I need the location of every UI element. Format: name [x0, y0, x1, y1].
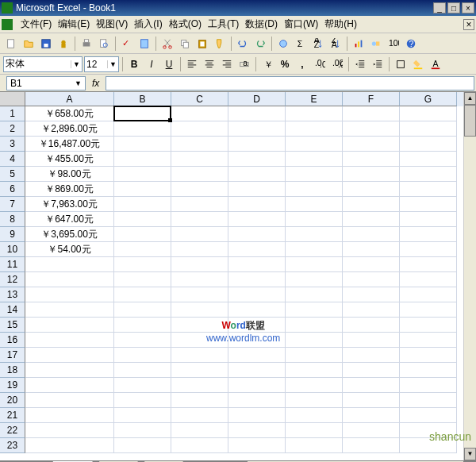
redo-icon[interactable]: [252, 36, 268, 52]
cell[interactable]: [228, 438, 286, 453]
cut-icon[interactable]: [159, 36, 175, 52]
font-name-combo[interactable]: 宋体 ▼: [3, 56, 83, 72]
cell[interactable]: [343, 212, 400, 227]
row-header[interactable]: 15: [0, 318, 25, 333]
new-icon[interactable]: [3, 36, 19, 52]
italic-icon[interactable]: I: [144, 56, 159, 72]
permission-icon[interactable]: [56, 36, 71, 52]
cell[interactable]: [171, 152, 228, 167]
cell[interactable]: [114, 393, 171, 408]
font-size-combo[interactable]: 12 ▼: [84, 56, 119, 72]
row-header[interactable]: 19: [0, 378, 25, 393]
cell[interactable]: [286, 182, 343, 197]
cell[interactable]: [171, 121, 228, 137]
currency-icon[interactable]: ￥: [259, 56, 275, 72]
cell[interactable]: [286, 257, 343, 272]
cell[interactable]: [400, 272, 457, 287]
cell[interactable]: [171, 348, 228, 363]
row-header[interactable]: 16: [0, 333, 25, 348]
cell[interactable]: [343, 318, 400, 333]
cell[interactable]: [228, 121, 286, 137]
copy-icon[interactable]: [177, 36, 193, 52]
cell[interactable]: [171, 227, 228, 242]
menu-window[interactable]: 窗口(W): [281, 16, 321, 33]
cell[interactable]: [114, 333, 171, 348]
scroll-up-icon[interactable]: ▲: [464, 92, 476, 105]
cell[interactable]: [171, 318, 228, 333]
cell[interactable]: [228, 318, 286, 333]
cell[interactable]: [400, 152, 457, 167]
row-header[interactable]: 7: [0, 197, 25, 212]
font-color-icon[interactable]: A: [428, 56, 443, 72]
select-all-corner[interactable]: [0, 92, 25, 106]
cell[interactable]: ￥54.00元: [25, 242, 114, 257]
cell[interactable]: [171, 438, 228, 453]
cell[interactable]: [171, 242, 228, 257]
undo-icon[interactable]: [235, 36, 251, 52]
cell[interactable]: [171, 393, 228, 408]
cell[interactable]: [400, 378, 457, 393]
cell[interactable]: [114, 212, 171, 227]
cell[interactable]: [400, 333, 457, 348]
cell[interactable]: [114, 182, 171, 197]
align-center-icon[interactable]: [202, 56, 217, 72]
cell[interactable]: [114, 318, 171, 333]
row-header[interactable]: 9: [0, 227, 25, 242]
cell[interactable]: [343, 227, 400, 242]
decrease-decimal-icon[interactable]: .00.0: [329, 56, 345, 72]
cell[interactable]: [343, 333, 400, 348]
cell[interactable]: [286, 318, 343, 333]
cell[interactable]: [228, 152, 286, 167]
vertical-scrollbar[interactable]: ▲ ▼: [463, 92, 476, 460]
cell[interactable]: [400, 212, 457, 227]
cell[interactable]: [25, 272, 114, 287]
cell[interactable]: [343, 121, 400, 137]
increase-decimal-icon[interactable]: .0.00: [312, 56, 328, 72]
cell[interactable]: [400, 363, 457, 378]
cell[interactable]: [25, 302, 114, 318]
cell[interactable]: [114, 197, 171, 212]
cell[interactable]: [400, 242, 457, 257]
cell[interactable]: [228, 363, 286, 378]
cell[interactable]: [25, 378, 114, 393]
cell[interactable]: [286, 438, 343, 453]
cell[interactable]: [228, 257, 286, 272]
hyperlink-icon[interactable]: [275, 36, 291, 52]
cell[interactable]: [114, 152, 171, 167]
minimize-button[interactable]: _: [433, 2, 446, 13]
cell[interactable]: [228, 227, 286, 242]
borders-icon[interactable]: [393, 56, 409, 72]
column-header[interactable]: F: [343, 92, 400, 106]
cell[interactable]: [286, 137, 343, 152]
decrease-indent-icon[interactable]: [352, 56, 368, 72]
cell[interactable]: [400, 423, 457, 438]
cell[interactable]: [114, 257, 171, 272]
cell[interactable]: [400, 318, 457, 333]
cell[interactable]: [228, 182, 286, 197]
cell[interactable]: [343, 423, 400, 438]
cell[interactable]: [171, 272, 228, 287]
cell[interactable]: [343, 287, 400, 302]
menu-view[interactable]: 视图(V): [93, 16, 131, 33]
row-header[interactable]: 23: [0, 438, 25, 453]
zoom-icon[interactable]: 100%: [386, 36, 401, 52]
cell[interactable]: [286, 121, 343, 137]
cell[interactable]: [228, 106, 286, 121]
cell[interactable]: [171, 363, 228, 378]
close-button[interactable]: ×: [462, 2, 474, 13]
save-icon[interactable]: [38, 36, 54, 52]
cell[interactable]: [25, 423, 114, 438]
menu-tools[interactable]: 工具(T): [205, 16, 242, 33]
cell[interactable]: [286, 242, 343, 257]
doc-close-button[interactable]: ×: [463, 19, 474, 30]
cell[interactable]: [400, 257, 457, 272]
cell[interactable]: [286, 423, 343, 438]
scroll-down-icon[interactable]: ▼: [464, 448, 476, 460]
row-header[interactable]: 10: [0, 242, 25, 257]
row-header[interactable]: 5: [0, 167, 25, 182]
cell[interactable]: [114, 408, 171, 423]
underline-icon[interactable]: U: [161, 56, 177, 72]
cell[interactable]: [228, 287, 286, 302]
cell[interactable]: [400, 393, 457, 408]
cell[interactable]: [228, 378, 286, 393]
